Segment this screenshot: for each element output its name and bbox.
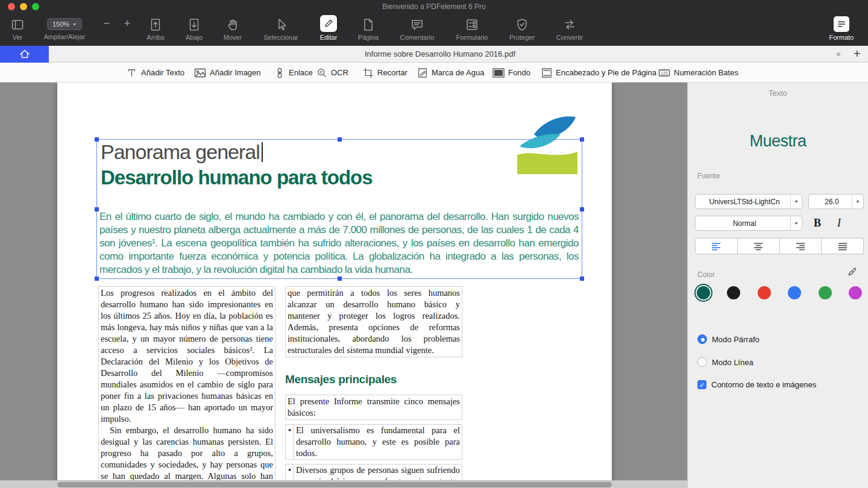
align-right-icon: [796, 242, 805, 251]
radio-unselected-icon[interactable]: [697, 357, 707, 367]
paragraph-mode-option[interactable]: Modo Párrafo: [697, 334, 760, 344]
chevron-down-icon: ▼: [72, 22, 77, 27]
italic-button[interactable]: I: [830, 216, 848, 231]
toolbar-mover-button[interactable]: Mover: [212, 15, 254, 41]
align-center-button[interactable]: [738, 238, 780, 254]
color-label: Color: [697, 271, 715, 279]
toolbar-formato-button[interactable]: Formato: [817, 15, 866, 41]
ocr-button[interactable]: OCR: [316, 63, 348, 83]
format-panel-icon: [836, 19, 847, 30]
selection-handle[interactable]: [338, 277, 342, 281]
selection-handle[interactable]: [95, 277, 99, 281]
horizontal-scrollbar[interactable]: [0, 480, 687, 488]
close-window-button[interactable]: [8, 3, 15, 10]
toolbar-convertir-button[interactable]: Convertir: [547, 15, 592, 41]
toolbar-formulario-button[interactable]: Formulario: [447, 15, 497, 41]
toolbar-arriba-button[interactable]: Arriba: [134, 15, 177, 41]
header-footer-button[interactable]: Encabezado y Pie de Página: [541, 63, 656, 83]
align-left-button[interactable]: [695, 238, 738, 254]
selection-handle[interactable]: [580, 137, 584, 142]
background-button[interactable]: Fondo: [492, 63, 530, 83]
horizontal-scrollbar-thumb[interactable]: [57, 482, 612, 487]
align-justify-button[interactable]: [822, 238, 864, 254]
minimize-window-button[interactable]: [20, 3, 27, 10]
color-swatch-teal[interactable]: [697, 286, 710, 299]
font-size-select[interactable]: 26.0 ▼: [808, 194, 864, 209]
chevron-down-icon: ▼: [852, 195, 863, 208]
font-family-select[interactable]: UniversLTStd-LightCn ▼: [695, 194, 802, 209]
home-tab[interactable]: [0, 46, 49, 63]
messages-heading[interactable]: Mensajes principales: [285, 374, 462, 385]
left-column-text-block[interactable]: Los progresos realizados en el ámbito de…: [98, 286, 275, 488]
eyedropper-icon[interactable]: [848, 267, 857, 277]
font-label: Fuente: [697, 172, 720, 180]
selection-handle[interactable]: [580, 207, 584, 211]
toolbar-pagina-button[interactable]: Página: [347, 15, 389, 41]
line-mode-option[interactable]: Modo Línea: [697, 357, 753, 367]
bates-numbering-icon: 123: [658, 67, 670, 78]
selection-handle[interactable]: [338, 137, 342, 142]
title-toolbar: Bienvenido a PDFelement 6 Pro Ver 150%▼ …: [0, 0, 868, 46]
selection-handle[interactable]: [95, 137, 99, 142]
align-left-icon: [711, 242, 721, 251]
ocr-magnifier-icon: [316, 67, 327, 78]
zoom-in-button[interactable]: +: [121, 17, 134, 30]
right-column-paragraph[interactable]: que permitirán a todos los seres humanos…: [285, 286, 462, 357]
text-selection-box[interactable]: [96, 139, 582, 279]
toolbar-comentario-button[interactable]: Comentario: [392, 15, 442, 41]
radio-selected-icon[interactable]: [697, 334, 707, 344]
comment-icon: [410, 17, 424, 32]
messages-intro[interactable]: El presente Informe transmite cinco mens…: [285, 395, 462, 420]
page-icon: [361, 17, 376, 32]
edit-toolbar: Añadir Texto Añadir Imagen Enlace OCR Re…: [0, 63, 868, 83]
convert-arrows-icon: [562, 17, 577, 32]
toolbar-proteger-button[interactable]: Proteger: [500, 15, 544, 41]
right-column: que permitirán a todos los seres humanos…: [285, 286, 462, 488]
align-justify-icon: [838, 242, 848, 251]
watermark-button[interactable]: Marca de Agua: [417, 63, 484, 83]
crop-button[interactable]: Recortar: [363, 63, 407, 83]
add-tab-button[interactable]: +: [849, 46, 866, 63]
toolbar-seleccionar-button[interactable]: Seleccionar: [254, 15, 308, 41]
tab-bar: Informe sobre Desarrollo Humano 2016.pdf…: [0, 46, 868, 63]
document-tab[interactable]: Informe sobre Desarrollo Humano 2016.pdf: [54, 46, 826, 63]
bates-numbering-button[interactable]: 123 Numeración Bates: [658, 63, 738, 83]
add-image-icon: [194, 67, 206, 78]
page-down-icon: [187, 17, 201, 32]
selection-handle[interactable]: [95, 207, 99, 211]
color-swatch-blue[interactable]: [788, 286, 801, 299]
link-button[interactable]: Enlace: [274, 63, 313, 83]
font-style-select[interactable]: Normal ▼: [695, 216, 802, 231]
zoom-window-button[interactable]: [32, 3, 39, 10]
link-icon: [274, 67, 285, 78]
zoom-out-button[interactable]: −: [100, 17, 113, 30]
color-swatches: [697, 286, 862, 299]
checkbox-checked-icon[interactable]: ✓: [697, 380, 706, 389]
close-tab-icon[interactable]: ×: [832, 46, 845, 63]
zoom-level-select[interactable]: 150%▼: [47, 18, 82, 30]
chevron-down-icon: ▼: [790, 216, 802, 230]
toolbar-abajo-button[interactable]: Abajo: [173, 15, 215, 41]
outline-toggle-option[interactable]: ✓ Contorno de texto e imágenes: [697, 380, 816, 389]
header-footer-icon: [541, 67, 552, 78]
add-text-icon: [127, 67, 137, 78]
shield-icon: [515, 17, 529, 32]
color-swatch-red[interactable]: [758, 286, 771, 299]
add-image-button[interactable]: Añadir Imagen: [194, 63, 261, 83]
home-icon: [18, 48, 31, 61]
align-right-button[interactable]: [780, 238, 822, 254]
selection-handle[interactable]: [580, 277, 584, 281]
traffic-lights: [8, 3, 39, 10]
add-text-button[interactable]: Añadir Texto: [127, 63, 184, 83]
bold-button[interactable]: B: [808, 216, 826, 231]
bullet-item[interactable]: • El universalismo es fundamental para e…: [285, 424, 462, 460]
chevron-down-icon: ▼: [790, 195, 802, 208]
toolbar-editar-button[interactable]: Editar: [307, 15, 350, 41]
pencil-icon: [322, 17, 335, 30]
color-swatch-black[interactable]: [727, 286, 740, 299]
align-center-icon: [753, 242, 763, 251]
color-swatch-magenta[interactable]: [849, 286, 862, 299]
crop-icon: [363, 67, 374, 78]
hand-icon: [225, 17, 240, 32]
color-swatch-green[interactable]: [819, 286, 832, 299]
